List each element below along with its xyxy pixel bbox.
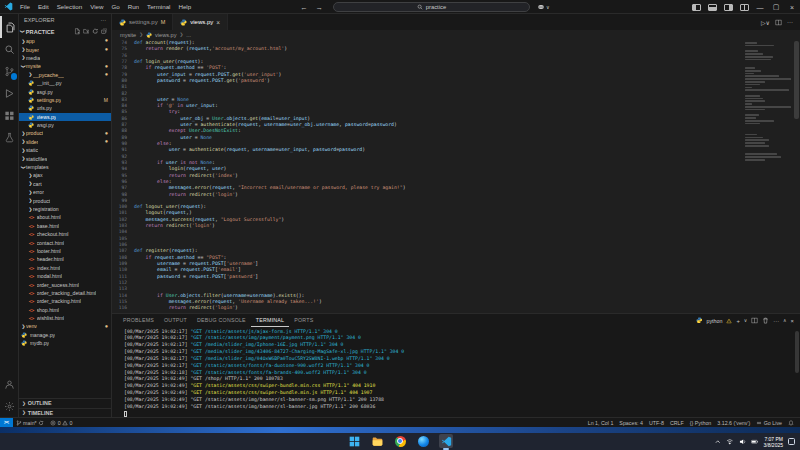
tree-item-manage.py[interactable]: manage.py bbox=[19, 331, 111, 339]
tree-item-order_tracking_detail.html[interactable]: <>order_tracking_detail.html bbox=[19, 289, 111, 297]
panel-tab-debug-console[interactable]: DEBUG CONSOLE bbox=[192, 314, 251, 327]
tab-views.py[interactable]: views.py× bbox=[173, 14, 228, 30]
menu-item-go[interactable]: Go bbox=[107, 3, 123, 10]
search-icon[interactable] bbox=[0, 38, 19, 60]
settings-icon[interactable] bbox=[0, 395, 19, 417]
forward-icon[interactable]: → bbox=[316, 3, 324, 12]
tree-item-product[interactable]: ❯product bbox=[19, 196, 111, 204]
menu-item-edit[interactable]: Edit bbox=[34, 3, 53, 10]
start-icon[interactable] bbox=[347, 434, 361, 448]
tree-item-__init__.py[interactable]: __init__.py bbox=[19, 79, 111, 87]
editor-scrollbar[interactable] bbox=[794, 41, 799, 119]
back-icon[interactable]: ← bbox=[300, 3, 308, 12]
tree-item-index.html[interactable]: <>index.html bbox=[19, 264, 111, 272]
branch-item[interactable]: main* bbox=[13, 418, 48, 427]
collapse-all-icon[interactable] bbox=[101, 28, 108, 35]
toggle-secondary-sidebar-icon[interactable] bbox=[724, 4, 733, 11]
testing-icon[interactable] bbox=[0, 126, 19, 148]
tree-item-ajax[interactable]: ❯ajax bbox=[19, 171, 111, 179]
more-actions-icon[interactable]: ··· bbox=[787, 19, 793, 25]
tree-item-app[interactable]: ❯app● bbox=[19, 37, 111, 45]
tree-item-shop.html[interactable]: <>shop.html bbox=[19, 306, 111, 314]
sidebar-more-icon[interactable]: ··· bbox=[100, 17, 106, 23]
menu-item-file[interactable]: File bbox=[16, 3, 34, 10]
menu-item-view[interactable]: View bbox=[86, 3, 107, 10]
remote-indicator[interactable]: >< bbox=[0, 418, 13, 427]
panel-tab-ports[interactable]: PORTS bbox=[289, 314, 318, 327]
battery-icon[interactable] bbox=[751, 438, 759, 446]
tree-item-modal.html[interactable]: <>modal.html bbox=[19, 272, 111, 280]
terminal-shell-label[interactable]: python bbox=[706, 318, 722, 324]
toggle-panel-icon[interactable] bbox=[708, 4, 717, 11]
run-python-icon[interactable]: ▷∨ bbox=[761, 19, 770, 26]
tree-item-venv[interactable]: ❯venv● bbox=[19, 322, 111, 330]
vscode-icon[interactable] bbox=[439, 434, 453, 448]
new-file-icon[interactable] bbox=[74, 28, 81, 35]
panel-tab-problems[interactable]: PROBLEMS bbox=[118, 314, 159, 327]
minimize-button[interactable]: — bbox=[752, 0, 768, 14]
new-terminal-icon[interactable]: + bbox=[736, 318, 739, 324]
source-control-icon[interactable] bbox=[0, 60, 19, 82]
volume-icon[interactable] bbox=[739, 438, 747, 446]
breadcrumb-item[interactable]: mysite bbox=[120, 32, 136, 38]
edge-icon[interactable] bbox=[416, 434, 430, 448]
toggle-sidebar-icon[interactable] bbox=[692, 4, 701, 11]
tree-item-order_tracking.html[interactable]: <>order_tracking.html bbox=[19, 297, 111, 305]
section-outline[interactable]: ❯OUTLINE bbox=[19, 398, 111, 408]
menu-item-run[interactable]: Run bbox=[124, 3, 143, 10]
panel-more-icon[interactable]: ··· bbox=[773, 318, 779, 324]
tree-item-cart[interactable]: ❯cart bbox=[19, 180, 111, 188]
extensions-icon[interactable] bbox=[0, 104, 19, 126]
status-go-live[interactable]: Go Live bbox=[753, 420, 785, 426]
breadcrumb[interactable]: mysite❯views.py❯... bbox=[112, 30, 800, 39]
hidden-icons-chevron-icon[interactable] bbox=[714, 438, 722, 446]
notification-center-icon[interactable] bbox=[788, 438, 795, 445]
customize-layout-icon[interactable] bbox=[740, 4, 749, 11]
wifi-icon[interactable] bbox=[726, 438, 734, 446]
breadcrumb-item[interactable]: views.py bbox=[155, 32, 176, 38]
panel-tab-terminal[interactable]: TERMINAL bbox=[251, 314, 289, 327]
tree-item-settings.py[interactable]: settings.pyM bbox=[19, 96, 111, 104]
menu-item-help[interactable]: Help bbox=[174, 3, 195, 10]
explorer-icon[interactable] bbox=[0, 16, 19, 38]
tree-item-wsgi.py[interactable]: wsgi.py bbox=[19, 121, 111, 129]
kill-terminal-icon[interactable] bbox=[762, 317, 769, 324]
code-editor[interactable]: 74def account(request):75 return render … bbox=[112, 39, 800, 313]
file-explorer-icon[interactable] bbox=[370, 434, 384, 448]
terminal-output[interactable]: [08/Mar/2025 19:02:17] "GET /static/asse… bbox=[112, 327, 800, 417]
tree-item-base.html[interactable]: <>base.html bbox=[19, 222, 111, 230]
tree-item-wishlist.html[interactable]: <>wishlist.html bbox=[19, 314, 111, 322]
split-editor-icon[interactable] bbox=[775, 19, 782, 26]
tree-item-registration[interactable]: ❯registration bbox=[19, 205, 111, 213]
status-3-12-6-venv-[interactable]: 3.12.6 ('venv') bbox=[714, 420, 753, 426]
status-crlf[interactable]: CRLF bbox=[667, 420, 687, 426]
tree-item-footer.html[interactable]: <>footer.html bbox=[19, 247, 111, 255]
tree-item-mydb.py[interactable]: mydb.py bbox=[19, 339, 111, 347]
minimap[interactable] bbox=[745, 42, 791, 162]
copilot-button[interactable]: ∨ bbox=[537, 3, 550, 11]
close-button[interactable]: × bbox=[784, 0, 800, 14]
close-panel-icon[interactable]: × bbox=[791, 318, 794, 324]
problems-item[interactable]: 0 0 bbox=[47, 418, 75, 427]
tree-item-checkout.html[interactable]: <>checkout.html bbox=[19, 230, 111, 238]
maximize-button[interactable]: ▢ bbox=[768, 0, 784, 14]
tree-item-header.html[interactable]: <>header.html bbox=[19, 255, 111, 263]
command-center-search[interactable]: practice bbox=[333, 2, 530, 12]
tree-item-urls.py[interactable]: urls.py bbox=[19, 104, 111, 112]
menu-item-selection[interactable]: Selection bbox=[53, 3, 86, 10]
status--python[interactable]: {} Python bbox=[687, 420, 715, 426]
run-debug-icon[interactable] bbox=[0, 82, 19, 104]
tree-item-asgi.py[interactable]: asgi.py bbox=[19, 87, 111, 95]
chrome-icon[interactable] bbox=[393, 434, 407, 448]
tree-item-__pycache__[interactable]: ❯__pycache__● bbox=[19, 71, 111, 79]
tree-item-error[interactable]: ❯error bbox=[19, 188, 111, 196]
tab-close-icon[interactable]: × bbox=[216, 19, 220, 26]
refresh-icon[interactable] bbox=[92, 28, 99, 35]
tree-item-staticfiles[interactable]: ❯staticfiles bbox=[19, 154, 111, 162]
menu-item-terminal[interactable]: Terminal bbox=[143, 3, 174, 10]
terminal-scrollbar[interactable] bbox=[795, 331, 799, 373]
status-utf-8[interactable]: UTF-8 bbox=[646, 420, 667, 426]
breadcrumb-item[interactable]: ... bbox=[186, 32, 191, 38]
tab-settings.py[interactable]: settings.pyM bbox=[112, 14, 173, 30]
tree-item-about.html[interactable]: <>about.html bbox=[19, 213, 111, 221]
